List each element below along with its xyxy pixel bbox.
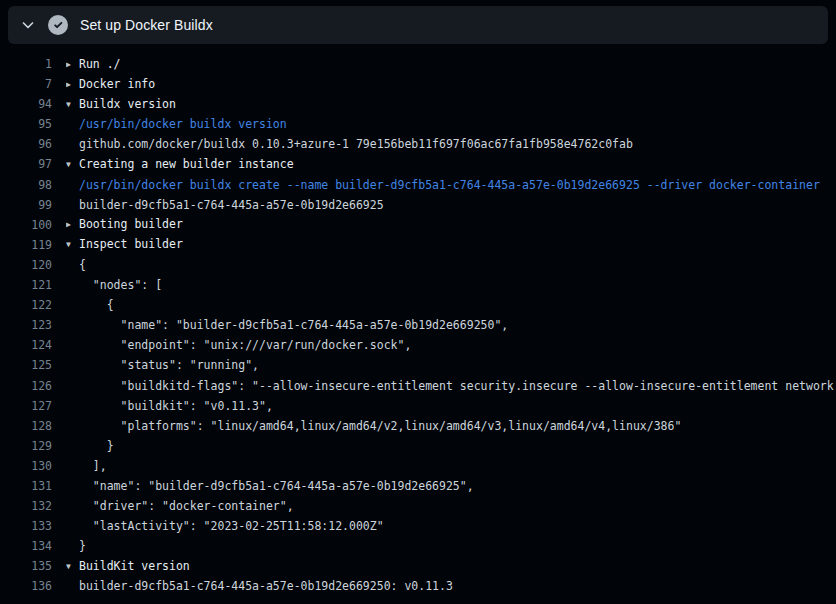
log-line: 122 {: [0, 295, 836, 315]
log-line: 133 "lastActivity": "2023-02-25T11:58:12…: [0, 516, 836, 536]
line-number-link[interactable]: 128: [0, 416, 52, 436]
log-line: 130 ],: [0, 456, 836, 476]
output-text: github.com/docker/buildx 0.10.3+azure-1 …: [66, 134, 836, 154]
line-number-link[interactable]: 126: [0, 376, 52, 396]
log-group-header[interactable]: ▶Run ./: [66, 54, 836, 75]
chevron-right-icon[interactable]: ▶: [66, 75, 79, 95]
line-number-link[interactable]: 96: [0, 134, 52, 154]
log-line: 136builder-d9cfb5a1-c764-445a-a57e-0b19d…: [0, 576, 836, 596]
command-text: /usr/bin/docker buildx create --name bui…: [66, 175, 836, 195]
log-line: 119▼Inspect builder: [0, 235, 836, 255]
line-number-link[interactable]: 131: [0, 476, 52, 496]
log-lines: 1▶Run ./7▶Docker info94▼Buildx version95…: [0, 44, 836, 597]
line-number-link[interactable]: 99: [0, 195, 52, 215]
chevron-down-icon[interactable]: [20, 17, 36, 33]
line-number-link[interactable]: 130: [0, 456, 52, 476]
output-text: builder-d9cfb5a1-c764-445a-a57e-0b19d2e6…: [66, 195, 836, 215]
line-number-link[interactable]: 121: [0, 275, 52, 295]
output-text: {: [66, 255, 836, 275]
log-line: 125 "status": "running",: [0, 355, 836, 375]
log-line: 99builder-d9cfb5a1-c764-445a-a57e-0b19d2…: [0, 195, 836, 215]
output-text: builder-d9cfb5a1-c764-445a-a57e-0b19d2e6…: [66, 576, 836, 596]
line-number-link[interactable]: 7: [0, 74, 52, 94]
group-title[interactable]: Creating a new builder instance: [79, 157, 294, 171]
line-number-link[interactable]: 136: [0, 576, 52, 596]
output-text: "buildkitd-flags": "--allow-insecure-ent…: [66, 376, 836, 396]
output-text: "status": "running",: [66, 355, 836, 375]
output-text: "platforms": "linux/amd64,linux/amd64/v2…: [66, 416, 836, 436]
output-text: {: [66, 295, 836, 315]
check-circle-icon: [48, 15, 68, 35]
line-number-link[interactable]: 98: [0, 175, 52, 195]
line-number-link[interactable]: 134: [0, 536, 52, 556]
line-number-link[interactable]: 124: [0, 335, 52, 355]
log-line: 95/usr/bin/docker buildx version: [0, 114, 836, 134]
log-line: 135▼BuildKit version: [0, 556, 836, 576]
log-group-header[interactable]: ▶Docker info: [66, 74, 836, 95]
log-line: 1▶Run ./: [0, 54, 836, 74]
chevron-down-icon[interactable]: ▼: [66, 235, 79, 255]
group-title[interactable]: Inspect builder: [79, 237, 183, 251]
chevron-down-icon[interactable]: ▼: [66, 155, 79, 175]
output-text: "name": "builder-d9cfb5a1-c764-445a-a57e…: [66, 315, 836, 335]
log-line: 121 "nodes": [: [0, 275, 836, 295]
output-text: "buildkit": "v0.11.3",: [66, 396, 836, 416]
line-number-link[interactable]: 125: [0, 355, 52, 375]
log-line: 129 }: [0, 436, 836, 456]
log-line: 94▼Buildx version: [0, 94, 836, 114]
group-title[interactable]: Run ./: [79, 57, 121, 71]
line-number-link[interactable]: 123: [0, 315, 52, 335]
output-text: "nodes": [: [66, 275, 836, 295]
log-group-header[interactable]: ▼BuildKit version: [66, 556, 836, 577]
log-line: 124 "endpoint": "unix:///var/run/docker.…: [0, 335, 836, 355]
log-line: 123 "name": "builder-d9cfb5a1-c764-445a-…: [0, 315, 836, 335]
line-number-link[interactable]: 1: [0, 54, 52, 74]
group-title[interactable]: Buildx version: [79, 97, 176, 111]
log-line: 96github.com/docker/buildx 0.10.3+azure-…: [0, 134, 836, 154]
log-line: 132 "driver": "docker-container",: [0, 496, 836, 516]
output-text: "endpoint": "unix:///var/run/docker.sock…: [66, 335, 836, 355]
log-line: 98/usr/bin/docker buildx create --name b…: [0, 175, 836, 195]
log-group-header[interactable]: ▼Buildx version: [66, 94, 836, 115]
line-number-link[interactable]: 120: [0, 255, 52, 275]
group-title[interactable]: Booting builder: [79, 217, 183, 231]
command-text: /usr/bin/docker buildx version: [66, 114, 836, 134]
line-number-link[interactable]: 100: [0, 215, 52, 235]
log-line: 120{: [0, 255, 836, 275]
group-title[interactable]: Docker info: [79, 77, 155, 91]
line-number-link[interactable]: 122: [0, 295, 52, 315]
log-line: 134}: [0, 536, 836, 556]
log-line: 131 "name": "builder-d9cfb5a1-c764-445a-…: [0, 476, 836, 496]
log-line: 97▼Creating a new builder instance: [0, 154, 836, 174]
log-group-header[interactable]: ▼Creating a new builder instance: [66, 154, 836, 175]
group-title[interactable]: BuildKit version: [79, 559, 190, 573]
line-number-link[interactable]: 133: [0, 516, 52, 536]
line-number-link[interactable]: 132: [0, 496, 52, 516]
output-text: ],: [66, 456, 836, 476]
output-text: "lastActivity": "2023-02-25T11:58:12.000…: [66, 516, 836, 536]
log-group-header[interactable]: ▶Booting builder: [66, 214, 836, 235]
log-line: 7▶Docker info: [0, 74, 836, 94]
output-text: "driver": "docker-container",: [66, 496, 836, 516]
log-line: 126 "buildkitd-flags": "--allow-insecure…: [0, 376, 836, 396]
chevron-right-icon[interactable]: ▶: [66, 55, 79, 75]
step-title: Set up Docker Buildx: [80, 17, 213, 33]
log-line: 100▶Booting builder: [0, 215, 836, 235]
chevron-down-icon[interactable]: ▼: [66, 95, 79, 115]
log-line: 128 "platforms": "linux/amd64,linux/amd6…: [0, 416, 836, 436]
log-group-header[interactable]: ▼Inspect builder: [66, 234, 836, 255]
line-number-link[interactable]: 94: [0, 94, 52, 114]
output-text: "name": "builder-d9cfb5a1-c764-445a-a57e…: [66, 476, 836, 496]
line-number-link[interactable]: 129: [0, 436, 52, 456]
output-text: }: [66, 536, 836, 556]
line-number-link[interactable]: 95: [0, 114, 52, 134]
line-number-link[interactable]: 119: [0, 235, 52, 255]
log-line: 127 "buildkit": "v0.11.3",: [0, 396, 836, 416]
line-number-link[interactable]: 127: [0, 396, 52, 416]
line-number-link[interactable]: 135: [0, 556, 52, 576]
step-header[interactable]: Set up Docker Buildx: [8, 6, 828, 44]
output-text: }: [66, 436, 836, 456]
chevron-right-icon[interactable]: ▶: [66, 215, 79, 235]
line-number-link[interactable]: 97: [0, 154, 52, 174]
chevron-down-icon[interactable]: ▼: [66, 557, 79, 577]
